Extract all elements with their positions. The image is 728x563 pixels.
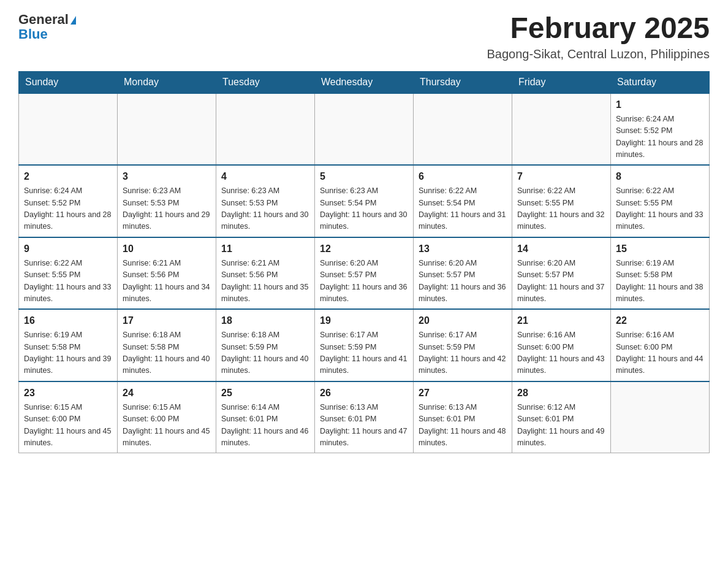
week-row-5: 23Sunrise: 6:15 AMSunset: 6:00 PMDayligh… [19,381,710,453]
week-row-3: 9Sunrise: 6:22 AMSunset: 5:55 PMDaylight… [19,237,710,310]
day-info: Sunrise: 6:19 AMSunset: 5:58 PMDaylight:… [616,258,704,305]
page-header: General Blue February 2025 Bagong-Sikat,… [18,12,710,61]
day-number: 28 [517,386,605,400]
logo-blue-text: Blue [18,27,76,42]
day-number: 23 [24,386,112,400]
day-info: Sunrise: 6:23 AMSunset: 5:54 PMDaylight:… [320,185,408,233]
col-friday: Friday [512,71,611,93]
col-monday: Monday [118,71,216,93]
day-info: Sunrise: 6:15 AMSunset: 6:00 PMDaylight:… [123,402,211,450]
calendar-cell: 23Sunrise: 6:15 AMSunset: 6:00 PMDayligh… [19,381,118,453]
day-info: Sunrise: 6:23 AMSunset: 5:53 PMDaylight:… [123,185,211,233]
calendar-cell: 26Sunrise: 6:13 AMSunset: 6:01 PMDayligh… [315,381,414,453]
day-number: 20 [419,313,507,328]
day-info: Sunrise: 6:18 AMSunset: 5:58 PMDaylight:… [123,329,211,377]
day-info: Sunrise: 6:20 AMSunset: 5:57 PMDaylight:… [517,258,605,305]
day-number: 2 [24,169,112,184]
calendar-cell: 18Sunrise: 6:18 AMSunset: 5:59 PMDayligh… [216,309,315,381]
calendar-cell: 6Sunrise: 6:22 AMSunset: 5:54 PMDaylight… [414,165,512,237]
calendar-cell: 2Sunrise: 6:24 AMSunset: 5:52 PMDaylight… [19,165,118,237]
calendar-cell: 4Sunrise: 6:23 AMSunset: 5:53 PMDaylight… [216,165,315,237]
calendar-cell [611,381,710,453]
day-number: 1 [616,98,704,112]
col-tuesday: Tuesday [216,71,315,93]
day-info: Sunrise: 6:22 AMSunset: 5:54 PMDaylight:… [419,185,507,233]
week-row-2: 2Sunrise: 6:24 AMSunset: 5:52 PMDaylight… [19,165,710,237]
calendar-cell: 1Sunrise: 6:24 AMSunset: 5:52 PMDaylight… [611,93,710,166]
day-info: Sunrise: 6:13 AMSunset: 6:01 PMDaylight:… [320,402,408,450]
day-number: 26 [320,386,408,400]
calendar-cell: 13Sunrise: 6:20 AMSunset: 5:57 PMDayligh… [414,237,512,310]
calendar-cell: 24Sunrise: 6:15 AMSunset: 6:00 PMDayligh… [118,381,216,453]
calendar-cell [118,93,216,166]
day-info: Sunrise: 6:19 AMSunset: 5:58 PMDaylight:… [24,329,112,377]
day-number: 18 [221,313,309,328]
calendar-cell: 9Sunrise: 6:22 AMSunset: 5:55 PMDaylight… [19,237,118,310]
day-info: Sunrise: 6:24 AMSunset: 5:52 PMDaylight:… [616,113,704,161]
day-number: 11 [221,242,309,256]
calendar-cell: 7Sunrise: 6:22 AMSunset: 5:55 PMDaylight… [512,165,611,237]
calendar-cell: 5Sunrise: 6:23 AMSunset: 5:54 PMDaylight… [315,165,414,237]
day-info: Sunrise: 6:22 AMSunset: 5:55 PMDaylight:… [616,185,704,233]
calendar-cell: 19Sunrise: 6:17 AMSunset: 5:59 PMDayligh… [315,309,414,381]
calendar-cell: 20Sunrise: 6:17 AMSunset: 5:59 PMDayligh… [414,309,512,381]
logo-triangle-icon [70,16,76,25]
day-number: 3 [123,169,211,184]
col-saturday: Saturday [611,71,710,93]
day-number: 8 [616,169,704,184]
calendar-subtitle: Bagong-Sikat, Central Luzon, Philippines [487,47,710,61]
day-info: Sunrise: 6:22 AMSunset: 5:55 PMDaylight:… [517,185,605,233]
day-number: 4 [221,169,309,184]
day-number: 21 [517,313,605,328]
day-info: Sunrise: 6:21 AMSunset: 5:56 PMDaylight:… [221,258,309,305]
calendar-cell [315,93,414,166]
day-info: Sunrise: 6:12 AMSunset: 6:01 PMDaylight:… [517,402,605,450]
day-number: 22 [616,313,704,328]
day-number: 25 [221,386,309,400]
day-info: Sunrise: 6:13 AMSunset: 6:01 PMDaylight:… [419,402,507,450]
week-row-4: 16Sunrise: 6:19 AMSunset: 5:58 PMDayligh… [19,309,710,381]
day-number: 12 [320,242,408,256]
calendar-cell: 10Sunrise: 6:21 AMSunset: 5:56 PMDayligh… [118,237,216,310]
day-number: 7 [517,169,605,184]
calendar-cell [216,93,315,166]
logo-general-text: General [18,12,69,27]
calendar-cell: 11Sunrise: 6:21 AMSunset: 5:56 PMDayligh… [216,237,315,310]
calendar-cell: 16Sunrise: 6:19 AMSunset: 5:58 PMDayligh… [19,309,118,381]
calendar-cell [512,93,611,166]
day-info: Sunrise: 6:23 AMSunset: 5:53 PMDaylight:… [221,185,309,233]
day-info: Sunrise: 6:20 AMSunset: 5:57 PMDaylight:… [320,258,408,305]
day-number: 16 [24,313,112,328]
day-info: Sunrise: 6:22 AMSunset: 5:55 PMDaylight:… [24,258,112,305]
day-number: 17 [123,313,211,328]
calendar-cell: 25Sunrise: 6:14 AMSunset: 6:01 PMDayligh… [216,381,315,453]
calendar-cell [19,93,118,166]
day-number: 24 [123,386,211,400]
col-thursday: Thursday [414,71,512,93]
calendar-cell: 14Sunrise: 6:20 AMSunset: 5:57 PMDayligh… [512,237,611,310]
day-info: Sunrise: 6:17 AMSunset: 5:59 PMDaylight:… [320,329,408,377]
calendar-cell: 12Sunrise: 6:20 AMSunset: 5:57 PMDayligh… [315,237,414,310]
calendar-header-row: Sunday Monday Tuesday Wednesday Thursday… [19,71,710,93]
calendar-cell: 8Sunrise: 6:22 AMSunset: 5:55 PMDaylight… [611,165,710,237]
logo: General Blue [18,12,76,42]
calendar-cell: 21Sunrise: 6:16 AMSunset: 6:00 PMDayligh… [512,309,611,381]
day-info: Sunrise: 6:15 AMSunset: 6:00 PMDaylight:… [24,402,112,450]
day-info: Sunrise: 6:24 AMSunset: 5:52 PMDaylight:… [24,185,112,233]
day-info: Sunrise: 6:16 AMSunset: 6:00 PMDaylight:… [517,329,605,377]
calendar-cell: 15Sunrise: 6:19 AMSunset: 5:58 PMDayligh… [611,237,710,310]
col-wednesday: Wednesday [315,71,414,93]
day-number: 9 [24,242,112,256]
day-info: Sunrise: 6:14 AMSunset: 6:01 PMDaylight:… [221,402,309,450]
day-info: Sunrise: 6:21 AMSunset: 5:56 PMDaylight:… [123,258,211,305]
day-info: Sunrise: 6:20 AMSunset: 5:57 PMDaylight:… [419,258,507,305]
calendar-cell: 27Sunrise: 6:13 AMSunset: 6:01 PMDayligh… [414,381,512,453]
title-block: February 2025 Bagong-Sikat, Central Luzo… [487,12,710,61]
week-row-1: 1Sunrise: 6:24 AMSunset: 5:52 PMDaylight… [19,93,710,166]
calendar-cell: 22Sunrise: 6:16 AMSunset: 6:00 PMDayligh… [611,309,710,381]
day-number: 5 [320,169,408,184]
day-number: 27 [419,386,507,400]
day-number: 6 [419,169,507,184]
calendar-cell: 28Sunrise: 6:12 AMSunset: 6:01 PMDayligh… [512,381,611,453]
day-info: Sunrise: 6:17 AMSunset: 5:59 PMDaylight:… [419,329,507,377]
